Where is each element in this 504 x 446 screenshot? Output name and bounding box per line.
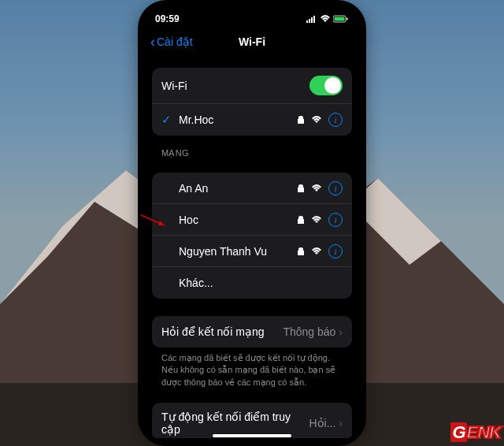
info-icon[interactable]: i: [328, 181, 343, 195]
networks-header: MẠNG: [152, 136, 352, 162]
network-row-an-an[interactable]: An An i: [152, 173, 352, 204]
svg-rect-4: [313, 16, 315, 23]
lock-icon: [297, 115, 305, 125]
info-icon[interactable]: i: [328, 244, 343, 258]
svg-marker-9: [158, 221, 165, 225]
wifi-signal-icon: [311, 247, 322, 255]
svg-rect-1: [306, 20, 308, 23]
back-button[interactable]: ‹ Cài đặt: [150, 35, 193, 49]
back-label: Cài đặt: [157, 35, 193, 48]
status-time: 09:59: [155, 13, 180, 24]
wifi-signal-icon: [311, 216, 322, 224]
ask-label: Hỏi để kết nối mạng: [161, 325, 283, 338]
notch: [205, 5, 299, 22]
connected-network-name: Mr.Hoc: [179, 113, 297, 126]
other-network-label: Khác...: [179, 277, 343, 289]
battery-icon: [333, 15, 349, 23]
lock-icon: [297, 247, 305, 256]
lock-icon: [297, 215, 305, 225]
page-title: Wi-Fi: [239, 35, 265, 48]
network-name: An An: [179, 182, 297, 195]
wifi-signal-icon: [311, 184, 322, 192]
svg-rect-7: [346, 18, 348, 20]
wifi-toggle-switch[interactable]: [309, 76, 343, 95]
home-indicator[interactable]: [213, 434, 291, 437]
network-row-nguyen[interactable]: Nguyen Thanh Vu i: [152, 236, 352, 267]
wifi-toggle-group: Wi-Fi ✓ Mr.Hoc i: [152, 68, 352, 136]
phone-frame: 09:59 ‹ Cài đặt Wi-Fi Wi-Fi ✓: [138, 0, 366, 446]
wifi-status-icon: [320, 15, 331, 23]
hotspot-label: Tự động kết nối điểm truy cập: [161, 411, 309, 436]
networks-group: An An i Hoc i Nguyen Tha: [152, 173, 352, 299]
svg-rect-3: [311, 17, 313, 23]
info-icon[interactable]: i: [328, 113, 343, 127]
ask-group: Hỏi để kết nối mạng Thông báo ›: [152, 316, 352, 348]
network-row-hoc[interactable]: Hoc i: [152, 204, 352, 236]
wifi-toggle-row[interactable]: Wi-Fi: [152, 68, 352, 104]
genk-logo: GENK: [450, 422, 501, 443]
chevron-left-icon: ‹: [150, 35, 155, 49]
info-icon[interactable]: i: [328, 213, 343, 227]
hotspot-group: Tự động kết nối điểm truy cập Hỏi... ›: [152, 403, 352, 438]
svg-rect-6: [335, 17, 345, 21]
lock-icon: [297, 184, 305, 193]
annotation-arrow: [139, 214, 171, 229]
auto-hotspot-row[interactable]: Tự động kết nối điểm truy cập Hỏi... ›: [152, 403, 352, 438]
network-name: Nguyen Thanh Vu: [179, 245, 297, 258]
connected-network-row[interactable]: ✓ Mr.Hoc i: [152, 104, 352, 136]
svg-rect-2: [309, 19, 310, 23]
hotspot-value: Hỏi...: [309, 417, 335, 429]
ask-footer: Các mạng đã biết sẽ được kết nối tự động…: [152, 348, 352, 390]
nav-bar: ‹ Cài đặt Wi-Fi: [143, 27, 361, 57]
ask-to-join-row[interactable]: Hỏi để kết nối mạng Thông báo ›: [152, 316, 352, 348]
signal-icon: [306, 15, 317, 23]
checkmark-icon: ✓: [161, 113, 174, 127]
wifi-toggle-label: Wi-Fi: [161, 80, 309, 92]
ask-value: Thông báo: [283, 325, 335, 338]
wifi-signal-icon: [311, 116, 322, 124]
network-row-other[interactable]: Khác...: [152, 267, 352, 299]
chevron-right-icon: ›: [339, 325, 343, 338]
network-name: Hoc: [179, 214, 297, 226]
chevron-right-icon: ›: [339, 417, 343, 429]
